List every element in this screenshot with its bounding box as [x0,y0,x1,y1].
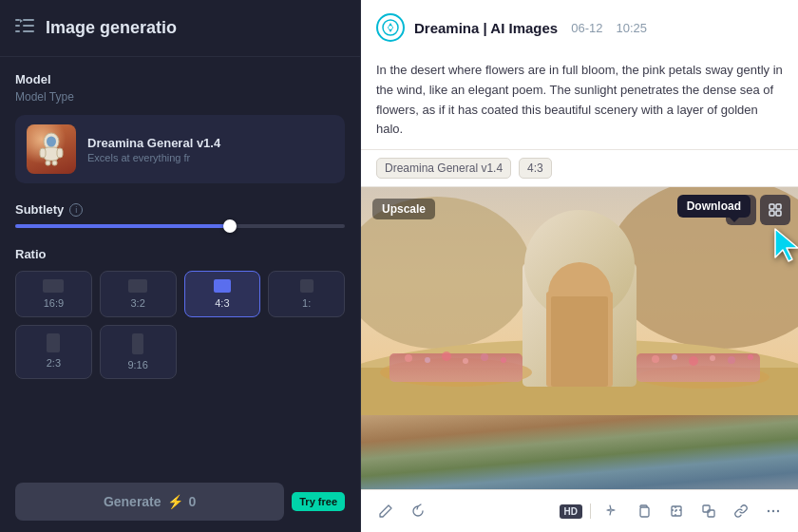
model-name: Dreamina General v1.4 [87,136,333,150]
image-container: Upscale Download [361,187,798,489]
ratio-grid-row1: 16:9 3:2 4:3 1: [15,271,345,317]
ratio-btn-2-3[interactable]: 2:3 [15,325,92,379]
svg-point-52 [777,510,779,512]
bottom-toolbar: HD [361,489,798,532]
header-time: 10:25 [616,21,647,35]
tag-ratio: 4:3 [519,158,552,179]
model-desc: Excels at everything fr [87,152,333,163]
svg-rect-5 [23,30,34,32]
svg-point-39 [710,355,715,361]
hd-badge: HD [560,504,582,519]
header-date: 06-12 [571,21,602,35]
generate-bar: Generate ⚡ 0 Try free [15,483,345,521]
tags-row: Dreamina General v1.4 4:3 [361,150,798,187]
subtlety-row: Subtlety i [15,202,345,217]
ratio-btn-4-3[interactable]: 4:3 [184,271,261,317]
enhance-button[interactable] [598,498,625,524]
generate-label: Generate [104,494,162,509]
svg-point-35 [501,357,506,363]
download-tooltip: Download [677,195,750,218]
svg-point-13 [47,137,56,147]
copy-button[interactable] [631,498,657,524]
more-button[interactable] [760,498,787,524]
svg-point-50 [768,510,770,512]
subtlety-label: Subtlety [15,202,64,217]
svg-point-40 [728,356,735,364]
svg-marker-6 [20,19,23,23]
svg-point-33 [463,358,468,364]
try-free-badge[interactable]: Try free [292,492,345,511]
svg-rect-43 [776,204,781,209]
svg-point-37 [672,354,677,360]
subtlety-slider[interactable] [15,224,345,228]
svg-rect-42 [770,204,774,209]
generated-image [361,187,798,489]
svg-rect-1 [23,19,34,21]
svg-rect-0 [15,19,20,21]
svg-point-32 [442,352,451,361]
svg-rect-10 [57,148,63,158]
svg-point-30 [405,354,412,362]
right-header: Dreamina | AI Images 06-12 10:25 [361,0,798,51]
svg-rect-49 [708,510,714,517]
link-button[interactable] [728,498,754,524]
prompt-text: In the desert where flowers are in full … [361,51,798,150]
left-header: Image generatio [0,0,360,57]
ratio-grid-row2: 2:3 9:16 [15,325,345,379]
svg-rect-46 [640,507,649,517]
ratio-btn-16-9[interactable]: 16:9 [15,271,92,317]
info-icon: i [69,203,83,217]
toolbar-divider [590,504,591,519]
svg-rect-48 [703,505,710,512]
svg-rect-2 [15,25,20,27]
expand-button[interactable] [760,195,790,225]
svg-rect-12 [52,161,57,165]
upscale-badge[interactable]: Upscale [372,199,435,219]
left-panel: Image generatio Model Model Type [0,0,361,532]
svg-point-34 [481,353,488,361]
page-title: Image generatio [46,18,177,38]
menu-icon[interactable] [15,17,34,39]
ratio-btn-9-16[interactable]: 9:16 [100,325,177,379]
generate-button[interactable]: Generate ⚡ 0 [15,483,284,521]
dreamina-logo [376,13,405,42]
svg-rect-3 [23,25,34,27]
svg-rect-45 [776,211,781,216]
svg-rect-25 [551,296,608,387]
svg-rect-11 [46,161,50,165]
model-card[interactable]: Dreamina General v1.4 Excels at everythi… [15,115,345,183]
model-info: Dreamina General v1.4 Excels at everythi… [87,136,333,163]
svg-point-31 [425,357,430,363]
svg-rect-44 [770,211,774,216]
svg-rect-4 [15,30,20,32]
generate-icon: ⚡ [167,494,183,509]
svg-point-38 [689,356,698,366]
ratio-btn-3-2[interactable]: 3:2 [100,271,177,317]
refresh-button[interactable] [405,498,431,524]
generate-count: 0 [189,494,197,509]
svg-rect-47 [672,506,681,516]
ratio-label: Ratio [15,247,345,261]
left-content: Model Model Type Dreamina Gene [0,57,360,413]
svg-point-15 [389,26,392,29]
model-section-label: Model [15,72,345,86]
crop-button[interactable] [663,498,690,524]
svg-point-51 [772,510,774,512]
right-panel: Dreamina | AI Images 06-12 10:25 In the … [361,0,798,532]
edit-button[interactable] [372,498,399,524]
resize-button[interactable] [695,498,722,524]
tag-model: Dreamina General v1.4 [376,158,511,179]
svg-point-41 [748,354,753,360]
svg-rect-9 [40,148,46,158]
brand-name: Dreamina | AI Images [414,20,558,36]
svg-point-36 [652,355,659,363]
model-section-sublabel: Model Type [15,90,345,104]
ratio-btn-1-1[interactable]: 1: [268,271,345,317]
model-thumbnail [27,124,76,174]
